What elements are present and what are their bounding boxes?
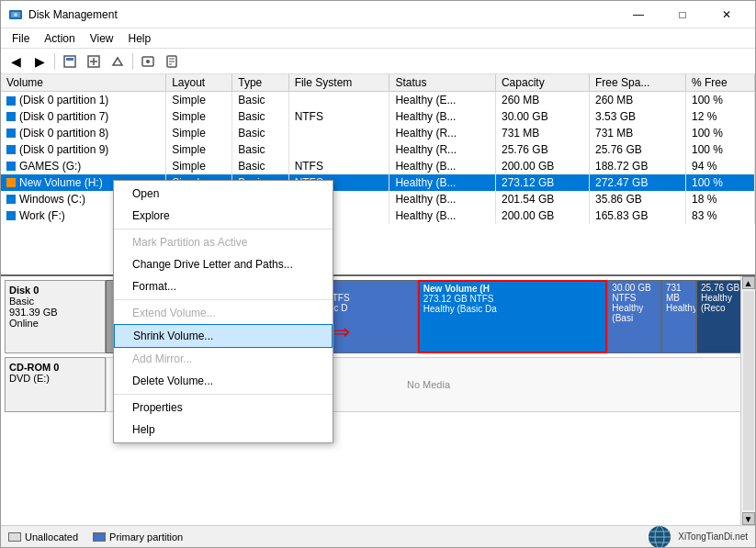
menu-action[interactable]: Action xyxy=(37,30,82,47)
table-cell: (Disk 0 partition 8) xyxy=(1,125,166,141)
menu-view[interactable]: View xyxy=(83,30,121,47)
table-row[interactable]: (Disk 0 partition 1)SimpleBasicHealthy (… xyxy=(1,92,755,108)
partition-30gb[interactable]: 30.00 GB NTFS Healthy (Basi xyxy=(607,280,661,353)
cdrom0-name: CD-ROM 0 xyxy=(9,362,101,373)
table-cell: 25.76 GB xyxy=(590,141,686,158)
toolbar-btn-4[interactable] xyxy=(137,51,159,72)
table-cell: Basic xyxy=(232,141,288,158)
table-cell: 35.86 GB xyxy=(590,191,686,207)
toolbar-btn-5[interactable] xyxy=(161,51,183,72)
minimize-button[interactable]: — xyxy=(617,1,660,28)
cdrom0-label: CD-ROM 0 DVD (E:) xyxy=(5,357,106,412)
disk0-label: Disk 0 Basic 931.39 GB Online xyxy=(5,280,106,353)
toolbar-sep-2 xyxy=(132,53,133,70)
table-cell: 188.72 GB xyxy=(590,158,686,174)
table-cell: Healthy (R... xyxy=(389,141,496,158)
scroll-up-btn[interactable]: ▲ xyxy=(742,276,755,289)
table-cell: 94 % xyxy=(685,158,754,174)
col-header-volume[interactable]: Volume xyxy=(1,74,166,92)
scroll-thumb[interactable] xyxy=(743,291,754,510)
context-menu-item-delete-volume---[interactable]: Delete Volume... xyxy=(114,370,333,392)
col-header-fs[interactable]: File System xyxy=(288,74,389,92)
table-cell: Simple xyxy=(166,108,232,125)
col-header-free[interactable]: Free Spa... xyxy=(590,74,686,92)
arrow-indicator: ⇐ xyxy=(333,320,350,344)
forward-button[interactable]: ▶ xyxy=(28,51,51,72)
scroll-track[interactable]: ▲ ▼ xyxy=(740,276,755,525)
table-cell: Basic xyxy=(232,125,288,141)
menu-help[interactable]: Help xyxy=(121,30,159,47)
table-cell: 731 MB xyxy=(590,125,686,141)
partition-newvol[interactable]: New Volume (H 273.12 GB NTFS Healthy (Ba… xyxy=(418,280,608,353)
legend-unalloc-label: Unallocated xyxy=(25,531,78,542)
table-cell: 260 MB xyxy=(590,92,686,108)
col-header-pct[interactable]: % Free xyxy=(685,74,754,92)
col-header-layout[interactable]: Layout xyxy=(166,74,232,92)
scroll-down-btn[interactable]: ▼ xyxy=(742,512,755,525)
context-menu-item-properties[interactable]: Properties xyxy=(114,397,333,419)
col-header-type[interactable]: Type xyxy=(232,74,288,92)
disk-management-window: Disk Management — □ ✕ File Action View H… xyxy=(0,0,756,548)
context-menu-item-explore[interactable]: Explore xyxy=(114,205,333,227)
back-button[interactable]: ◀ xyxy=(5,51,27,72)
toolbar-btn-2[interactable] xyxy=(83,51,105,72)
table-cell: Simple xyxy=(166,125,232,141)
toolbar-btn-3[interactable] xyxy=(107,51,129,72)
partition-731mb[interactable]: 731 MB Healthy xyxy=(661,280,696,353)
table-row[interactable]: (Disk 0 partition 9)SimpleBasicHealthy (… xyxy=(1,141,755,158)
context-menu-separator xyxy=(114,229,333,229)
table-cell: 83 % xyxy=(685,207,754,224)
context-menu-item-extend-volume---: Extend Volume... xyxy=(114,302,333,324)
table-cell: Healthy (B... xyxy=(389,207,496,224)
table-cell: Simple xyxy=(166,141,232,158)
legend-primary-label: Primary partition xyxy=(109,531,183,542)
maximize-button[interactable]: □ xyxy=(661,1,704,28)
disk0-name: Disk 0 xyxy=(9,285,101,296)
context-menu-item-format---[interactable]: Format... xyxy=(114,275,333,297)
partition-newvol-status: Healthy (Basic Da xyxy=(423,304,603,314)
table-row[interactable]: GAMES (G:)SimpleBasicNTFSHealthy (B...20… xyxy=(1,158,755,174)
context-menu-item-open[interactable]: Open xyxy=(114,183,333,205)
table-cell: 100 % xyxy=(685,125,754,141)
table-cell: GAMES (G:) xyxy=(1,158,166,174)
table-cell: Healthy (B... xyxy=(389,108,496,125)
table-cell: Basic xyxy=(232,158,288,174)
table-cell: 731 MB xyxy=(495,125,589,141)
cdrom0-status: No Media xyxy=(407,379,450,390)
legend-primary: Primary partition xyxy=(93,531,183,542)
app-icon xyxy=(8,7,23,22)
table-cell: 272.47 GB xyxy=(590,174,686,191)
table-cell: 200.00 GB xyxy=(495,207,589,224)
context-menu-item-mark-partition-as-active: Mark Partition as Active xyxy=(114,231,333,253)
col-header-capacity[interactable]: Capacity xyxy=(495,74,589,92)
table-row[interactable]: (Disk 0 partition 8)SimpleBasicHealthy (… xyxy=(1,125,755,141)
table-cell: Simple xyxy=(166,92,232,108)
table-cell: 25.76 GB xyxy=(495,141,589,158)
partition-731mb-size: 731 MB xyxy=(666,283,692,303)
partition-731mb-status: Healthy xyxy=(666,303,692,313)
table-cell: 100 % xyxy=(685,92,754,108)
context-menu-item-shrink-volume---[interactable]: Shrink Volume... xyxy=(114,324,333,348)
table-cell: Basic xyxy=(232,92,288,108)
table-cell: Healthy (E... xyxy=(389,92,496,108)
context-menu-item-help[interactable]: Help xyxy=(114,419,333,441)
table-row[interactable]: (Disk 0 partition 7)SimpleBasicNTFSHealt… xyxy=(1,108,755,125)
table-cell: 12 % xyxy=(685,108,754,125)
title-bar: Disk Management — □ ✕ xyxy=(1,1,755,28)
context-menu-separator xyxy=(114,394,333,395)
table-cell: Healthy (B... xyxy=(389,158,496,174)
toolbar-btn-1[interactable] xyxy=(59,51,81,72)
disk0-size: 931.39 GB xyxy=(9,307,101,318)
table-cell xyxy=(288,125,389,141)
watermark-text: XiTongTianDi.net xyxy=(678,531,748,542)
context-menu-item-change-drive-letter-and-paths---[interactable]: Change Drive Letter and Paths... xyxy=(114,253,333,275)
table-cell xyxy=(288,141,389,158)
title-controls: — □ ✕ xyxy=(617,1,748,28)
svg-rect-3 xyxy=(64,56,75,67)
cdrom0-type: DVD (E:) xyxy=(9,373,101,384)
close-button[interactable]: ✕ xyxy=(705,1,748,28)
col-header-status[interactable]: Status xyxy=(389,74,496,92)
context-menu-item-add-mirror---: Add Mirror... xyxy=(114,348,333,370)
menu-file[interactable]: File xyxy=(5,30,37,47)
table-cell: (Disk 0 partition 1) xyxy=(1,92,166,108)
